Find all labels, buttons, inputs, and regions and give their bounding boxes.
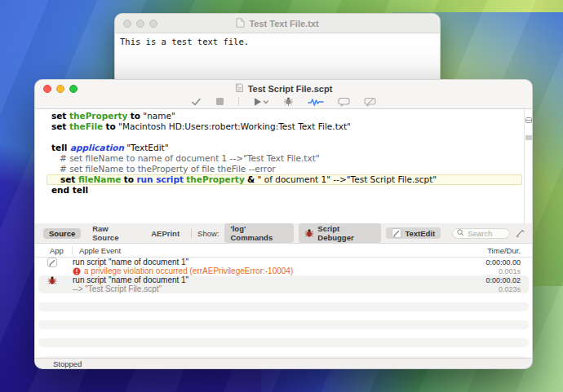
script-proxy-icon[interactable] [235,83,244,95]
desktop: Test Text File.txt This is a test text f… [0,0,563,392]
log-event-text: run script "name of document 1" [73,275,188,284]
column-apple-event[interactable]: Apple Event [79,246,121,255]
minimize-button[interactable] [136,20,144,28]
event-trace-button[interactable] [308,97,324,107]
filterbar-divider [191,229,192,238]
debug-bug-button[interactable] [283,96,294,107]
column-time-dur[interactable]: Time/Dur. [487,246,521,255]
bug-app-icon [47,275,58,285]
column-divider[interactable] [72,246,73,254]
log-event-duration: 0.001s [499,267,529,275]
pencil-app-icon [47,258,58,267]
tab-raw-source[interactable]: Raw Source [86,223,140,243]
pane-splitter-handle[interactable] [324,224,330,233]
document-proxy-icon[interactable] [236,18,245,29]
filter-textedit[interactable]: TextEdit [386,227,441,239]
window-chrome: Test Script File.scpt [35,80,532,109]
code-line-current[interactable]: set fileName to run script theProperty &… [47,174,522,185]
textedit-text: This is a test text file. [120,37,249,46]
code-line[interactable]: set theProperty to "name" [35,111,524,121]
tab-source[interactable]: Source [43,228,81,239]
view-tabs: SourceRaw SourceAEPrint [43,223,185,243]
log-filter-bar: SourceRaw SourceAEPrint Show: 'log' Comm… [35,223,532,244]
textedit-document-body[interactable]: This is a test text file. [115,33,440,50]
status-bar: Stopped [35,358,532,368]
empty-log-row [38,320,529,329]
search-icon [457,229,464,238]
code-line[interactable]: # set fileName to name of document 1 -->… [35,153,524,164]
script-window-title: Test Script File.scpt [248,84,333,94]
error-badge-icon [73,267,81,275]
search-field[interactable]: Search [452,228,510,239]
toolbar-divider [238,97,239,106]
log-row[interactable]: run script "name of document 1"0:00:00.0… [38,275,529,293]
textedit-window-controls [123,20,157,28]
log-event-time: 0:00:00.00 [485,258,529,266]
script-title-group: Test Script File.scpt [35,83,532,95]
code-line[interactable]: end tell [35,185,524,196]
script-debugger-window[interactable]: Test Script File.scpt [34,79,533,369]
show-label: Show: [197,229,219,238]
empty-log-row [38,338,529,347]
code-line[interactable]: set theFile to "Macintosh HD:Users:rober… [35,121,524,132]
textedit-window-title: Test Text File.txt [249,19,318,29]
zoom-button[interactable] [149,20,157,28]
code-line[interactable]: tell application "TextEdit" [35,143,524,153]
script-titlebar[interactable]: Test Script File.scpt [35,80,532,95]
compile-button[interactable] [191,97,202,107]
log-event-detail: --> "Test Script File.scpt" [73,284,162,293]
navigator-icon[interactable] [525,129,532,143]
column-app[interactable]: App [50,246,64,255]
tab-aeprint[interactable]: AEPrint [145,228,185,239]
log-row[interactable]: run script "name of document 1"0:00:00.0… [38,258,529,275]
log-event-time: 0:00:00.02 [485,276,529,284]
event-log[interactable]: run script "name of document 1"0:00:00.0… [35,258,532,358]
code-line[interactable]: # set fileName to theProperty of file th… [35,164,524,174]
uncomment-bubble-button[interactable] [364,97,376,107]
log-table-header: App Apple Event Time/Dur. [35,244,532,258]
close-button[interactable] [123,20,131,28]
event-filters: 'log' CommandsScript DebuggerTextEdit [224,223,441,243]
editor-pane: set theProperty to "name"set theFile to … [35,109,532,223]
textedit-titlebar[interactable]: Test Text File.txt [115,14,440,33]
bug-icon [304,228,314,238]
edit-log-pencil-button[interactable] [516,227,525,239]
pencil-icon [392,228,401,238]
log-event-text: run script "name of document 1" [73,258,188,266]
run-button[interactable] [253,97,269,107]
stop-button[interactable] [215,97,224,106]
search-placeholder: Search [468,229,492,238]
empty-log-row [38,302,529,311]
filter-log-commands[interactable]: 'log' Commands [224,223,294,243]
filter-script-debugger[interactable]: Script Debugger [299,223,381,243]
toolbar [35,95,532,108]
code-line[interactable] [35,132,524,143]
textedit-title-group: Test Text File.txt [115,18,440,29]
code-editor[interactable]: set theProperty to "name"set theFile to … [35,109,524,223]
split-editor-icon[interactable] [525,112,532,126]
log-event-detail: a privilege violation occurred (errAEPri… [73,266,293,275]
comment-bubble-button[interactable] [338,97,350,107]
status-text: Stopped [53,359,82,368]
editor-scrollbar-gutter[interactable] [524,109,532,223]
log-event-duration: 0.023s [499,285,529,293]
